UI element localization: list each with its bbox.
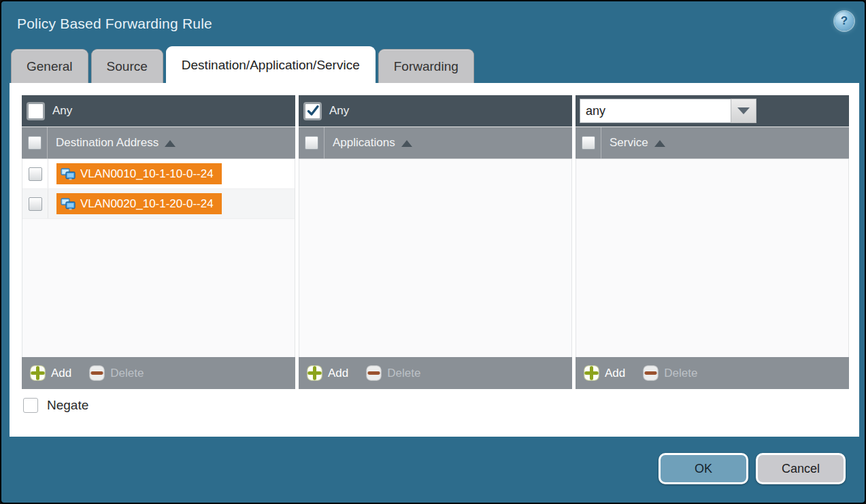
tab-forwarding[interactable]: Forwarding (378, 49, 474, 83)
delete-label: Delete (387, 367, 420, 380)
address-chip-label: VLAN0020_10-1-20-0--24 (80, 197, 214, 211)
cancel-button[interactable]: Cancel (756, 453, 846, 484)
add-label: Add (51, 367, 71, 380)
negate-option: Negate (23, 398, 88, 413)
applications-any-bar: Any (299, 95, 572, 127)
address-object-icon (61, 197, 76, 211)
destination-row-checkbox[interactable] (29, 197, 42, 211)
applications-header-label: Applications (333, 136, 395, 150)
applications-panel: Any Applications (299, 95, 572, 389)
delete-label: Delete (664, 367, 697, 380)
destination-any-bar: Any (22, 95, 295, 127)
service-add-button[interactable]: Add (584, 365, 625, 381)
delete-icon (643, 365, 659, 381)
service-column-header: Service (576, 127, 849, 159)
delete-icon (366, 365, 382, 381)
destination-header-label: Destination Address (56, 136, 159, 150)
destination-delete-button[interactable]: Delete (89, 365, 144, 381)
applications-any-checkbox[interactable] (305, 103, 320, 119)
destination-row-vlan0020[interactable]: VLAN0020_10-1-20-0--24 (22, 189, 295, 219)
tab-forwarding-label: Forwarding (394, 59, 459, 74)
dialog-title: Policy Based Forwarding Rule (17, 16, 212, 32)
address-chip[interactable]: VLAN0020_10-1-20-0--24 (56, 193, 222, 214)
delete-icon (89, 365, 105, 381)
service-header-label: Service (610, 136, 648, 150)
tab-destination-application-service[interactable]: Destination/Application/Service (166, 46, 376, 83)
columns-container: Any Destination Address (22, 95, 849, 389)
applications-column-header: Applications (299, 127, 572, 159)
destination-row-checkbox[interactable] (29, 167, 42, 181)
address-object-icon (61, 167, 76, 181)
address-chip[interactable]: VLAN0010_10-1-10-0--24 (56, 163, 222, 184)
add-label: Add (328, 367, 348, 380)
tab-source-label: Source (107, 59, 148, 74)
destination-sort-header[interactable]: Destination Address (48, 127, 176, 158)
service-selector-bar (576, 95, 849, 127)
destination-address-panel: Any Destination Address (22, 95, 295, 389)
address-chip-label: VLAN0010_10-1-10-0--24 (80, 167, 214, 181)
tab-general[interactable]: General (11, 49, 88, 83)
applications-any-label: Any (329, 104, 349, 118)
checkmark-icon (306, 104, 320, 118)
add-icon (584, 365, 599, 381)
tab-content-panel: Any Destination Address (10, 83, 859, 437)
applications-toolbar: Add Delete (299, 357, 572, 389)
service-list (576, 159, 849, 357)
tab-destination-application-service-label: Destination/Application/Service (182, 58, 360, 73)
titlebar: Policy Based Forwarding Rule ? (1, 1, 865, 46)
service-delete-button[interactable]: Delete (643, 365, 697, 381)
help-glyph: ? (841, 14, 848, 28)
applications-sort-header[interactable]: Applications (324, 127, 412, 158)
negate-checkbox[interactable] (23, 398, 38, 413)
applications-list (299, 159, 572, 357)
applications-select-all-checkbox[interactable] (305, 136, 318, 150)
service-panel: Service Add (576, 95, 849, 389)
tab-general-label: General (27, 59, 73, 74)
service-type-combo (580, 99, 756, 123)
service-sort-header[interactable]: Service (601, 127, 665, 158)
dialog-actions: OK Cancel (659, 453, 846, 484)
ok-button[interactable]: OK (659, 453, 748, 484)
add-icon (30, 365, 46, 381)
destination-any-checkbox[interactable] (28, 103, 44, 119)
destination-list: VLAN0010_10-1-10-0--24 (22, 159, 295, 357)
service-type-dropdown-button[interactable] (731, 99, 756, 123)
help-icon[interactable]: ? (835, 12, 854, 31)
sort-ascending-icon (401, 140, 412, 147)
delete-label: Delete (110, 367, 144, 380)
add-label: Add (605, 367, 625, 380)
destination-column-header: Destination Address (22, 127, 295, 159)
service-type-input[interactable] (580, 99, 731, 123)
sort-ascending-icon (654, 140, 665, 147)
chevron-down-icon (737, 107, 750, 114)
destination-select-all-checkbox[interactable] (28, 136, 41, 150)
tab-bar: General Source Destination/Application/S… (11, 46, 855, 83)
negate-label: Negate (47, 398, 88, 413)
destination-toolbar: Add Delete (22, 357, 295, 389)
add-icon (307, 365, 322, 381)
service-toolbar: Add Delete (576, 357, 849, 389)
service-select-all-checkbox[interactable] (582, 136, 595, 150)
applications-add-button[interactable]: Add (307, 365, 348, 381)
destination-add-button[interactable]: Add (30, 365, 71, 381)
destination-row-vlan0010[interactable]: VLAN0010_10-1-10-0--24 (22, 159, 295, 189)
destination-any-label: Any (52, 104, 72, 118)
sort-ascending-icon (165, 140, 176, 147)
applications-delete-button[interactable]: Delete (366, 365, 420, 381)
policy-based-forwarding-dialog: Policy Based Forwarding Rule ? General S… (0, 0, 866, 504)
tab-source[interactable]: Source (91, 49, 163, 83)
